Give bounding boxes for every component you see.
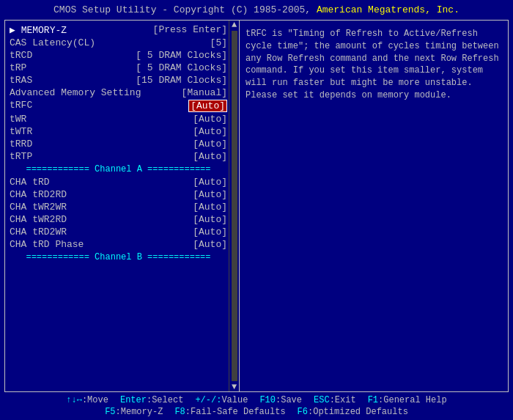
help-text: tRFC is "Timing of Refresh to Active/Ref…: [246, 28, 502, 102]
footer-key: ESC: [314, 395, 330, 405]
footer-key: F10: [259, 395, 276, 405]
footer-key-group: ↑↓↔:Move: [66, 395, 108, 405]
footer-key-group: F8:Fail-Safe Defaults: [174, 407, 285, 417]
footer-row2: F5:Memory-ZF8:Fail-Safe DefaultsF6:Optim…: [0, 406, 513, 418]
menu-item-label: tRRD: [10, 139, 32, 150]
menu-item-label: CAS Latency(CL): [10, 37, 95, 48]
menu-item-label: tRCD: [10, 50, 32, 61]
menu-item-label: ▶ MEMORY-Z: [10, 24, 67, 36]
menu-item-value: [Auto]: [193, 114, 227, 125]
footer-desc: :Optimized Defaults: [308, 407, 408, 417]
menu-item-value: [15 DRAM Clocks]: [136, 75, 227, 86]
separator: ============ Channel B ============: [10, 252, 227, 262]
menu-item-label: CHA tRD Phase: [10, 239, 84, 250]
menu-item[interactable]: tRAS[15 DRAM Clocks]: [10, 74, 227, 86]
menu-item-value: [Manual]: [182, 87, 227, 98]
footer-desc: :Move: [82, 395, 108, 405]
footer-key: F8: [174, 407, 185, 417]
left-panel: ▶ MEMORY-Z[Press Enter]CAS Latency(CL)[5…: [5, 21, 239, 267]
menu-item-value: [Auto]: [193, 139, 227, 150]
menu-item[interactable]: CHA tRD2RD[Auto]: [10, 188, 227, 201]
footer-key: F1: [368, 395, 378, 405]
menu-item-label: CHA tWR2RD: [10, 214, 67, 225]
menu-item-value: [Auto]: [193, 177, 227, 188]
title-highlight: American Megatrends, Inc.: [317, 4, 460, 15]
scroll-up-arrow[interactable]: ▲: [232, 21, 237, 29]
menu-item-label: tWTR: [10, 126, 32, 137]
menu-item[interactable]: tWTR[Auto]: [10, 125, 227, 138]
menu-item[interactable]: tWR[Auto]: [10, 113, 227, 125]
footer-key-group: F10:Save: [259, 395, 302, 405]
menu-item-label: tRAS: [10, 75, 32, 86]
scrollbar[interactable]: ▲ ▼: [229, 21, 239, 391]
menu-item-value: [Auto]: [193, 202, 227, 213]
scroll-track: [232, 31, 237, 381]
footer-key-group: F1:General Help: [368, 395, 447, 405]
footer-key: F6: [298, 407, 308, 417]
menu-item[interactable]: ▶ MEMORY-Z[Press Enter]: [10, 23, 227, 37]
footer-key: F5: [105, 407, 115, 417]
left-panel-wrapper: ▶ MEMORY-Z[Press Enter]CAS Latency(CL)[5…: [5, 21, 240, 391]
menu-item-value: [Auto]: [193, 126, 227, 137]
footer-desc: :Exit: [330, 395, 356, 405]
main-area: ▶ MEMORY-Z[Press Enter]CAS Latency(CL)[5…: [4, 20, 509, 392]
footer-desc: :Select: [147, 395, 183, 405]
footer-key: Enter: [120, 395, 147, 405]
screen: CMOS Setup Utility - Copyright (C) 1985-…: [0, 0, 513, 420]
menu-item-label: tWR: [10, 114, 26, 125]
footer-key-group: F6:Optimized Defaults: [298, 407, 408, 417]
menu-item[interactable]: CAS Latency(CL)[5]: [10, 37, 227, 49]
menu-item-label: tRTP: [10, 151, 32, 162]
menu-item-value: [Auto]: [188, 100, 227, 112]
menu-item[interactable]: CHA tWR2WR[Auto]: [10, 201, 227, 213]
menu-item-value: [Auto]: [193, 226, 227, 237]
menu-item-label: tRP: [10, 62, 26, 73]
menu-item[interactable]: tRCD[ 5 DRAM Clocks]: [10, 49, 227, 62]
footer-key-group: ESC:Exit: [314, 395, 356, 405]
footer-row1: ↑↓↔:MoveEnter:Select+/-/:ValueF10:SaveES…: [0, 394, 513, 406]
menu-item-value: [Auto]: [193, 151, 227, 162]
menu-item-value: [Auto]: [193, 189, 227, 200]
menu-item[interactable]: CHA tRD Phase[Auto]: [10, 238, 227, 251]
menu-item[interactable]: Advanced Memory Setting[Manual]: [10, 86, 227, 99]
menu-item[interactable]: CHA tRD[Auto]: [10, 176, 227, 188]
menu-item[interactable]: tRP[ 5 DRAM Clocks]: [10, 62, 227, 74]
menu-item-value: [Auto]: [193, 214, 227, 225]
menu-item-label: CHA tRD2RD: [10, 189, 67, 200]
footer-desc: :Fail-Safe Defaults: [185, 407, 286, 417]
footer-desc: Value: [221, 395, 248, 405]
menu-item-value: [Auto]: [193, 239, 227, 250]
menu-item[interactable]: CHA tRD2WR[Auto]: [10, 226, 227, 238]
footer-desc: :Save: [276, 395, 302, 405]
menu-item-value: [5]: [210, 37, 227, 48]
menu-item[interactable]: tRRD[Auto]: [10, 138, 227, 150]
title-bar: CMOS Setup Utility - Copyright (C) 1985-…: [0, 0, 513, 17]
footer-desc: :Memory-Z: [116, 407, 163, 417]
right-panel: tRFC is "Timing of Refresh to Active/Ref…: [240, 21, 508, 391]
menu-item-label: Advanced Memory Setting: [10, 87, 141, 98]
footer-key: +/-/:: [195, 395, 221, 405]
menu-item-label: CHA tRD: [10, 177, 50, 188]
menu-item-label: CHA tRD2WR: [10, 226, 67, 237]
menu-item-value: [ 5 DRAM Clocks]: [136, 62, 227, 73]
footer-desc: :General Help: [378, 395, 447, 405]
menu-item-label: CHA tWR2WR: [10, 202, 67, 213]
footer-key-group: F5:Memory-Z: [105, 407, 163, 417]
menu-item-value: [ 5 DRAM Clocks]: [136, 50, 227, 61]
separator: ============ Channel A ============: [10, 164, 227, 174]
scroll-down-arrow[interactable]: ▼: [232, 383, 237, 391]
menu-item-value: [Press Enter]: [153, 24, 227, 36]
title-text: CMOS Setup Utility - Copyright (C) 1985-…: [53, 4, 460, 15]
footer-key-group: Enter:Select: [120, 395, 183, 405]
bottom-bar: ↑↓↔:MoveEnter:Select+/-/:ValueF10:SaveES…: [0, 392, 513, 420]
footer-key: ↑↓↔: [66, 395, 82, 405]
menu-item[interactable]: CHA tWR2RD[Auto]: [10, 213, 227, 226]
menu-item[interactable]: tRTP[Auto]: [10, 150, 227, 163]
menu-item-label: tRFC: [10, 100, 32, 112]
menu-item[interactable]: tRFC[Auto]: [10, 99, 227, 113]
footer-key-group: +/-/:Value: [195, 395, 248, 405]
